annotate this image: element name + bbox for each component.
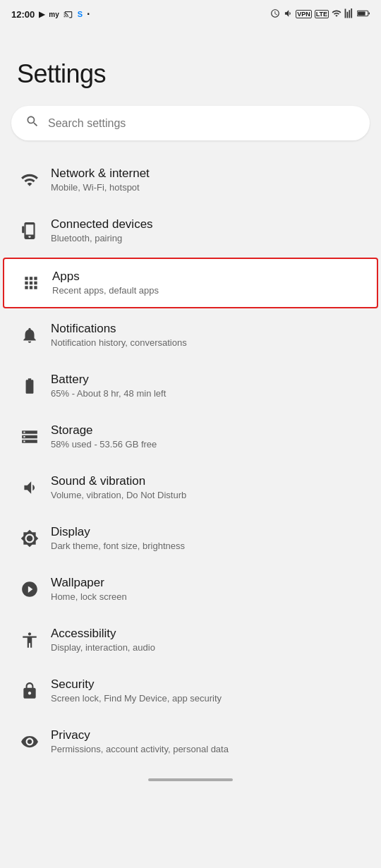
battery-subtitle: 65% - About 8 hr, 48 min left — [51, 388, 367, 400]
privacy-subtitle: Permissions, account activity, personal … — [51, 744, 367, 756]
shazam-icon: S — [78, 10, 83, 18]
battery-status-icon — [357, 8, 370, 20]
accessibility-item-text: Accessibility Display, interaction, audi… — [51, 626, 367, 654]
privacy-item-text: Privacy Permissions, account activity, p… — [51, 728, 367, 756]
settings-item-battery[interactable]: Battery 65% - About 8 hr, 48 min left — [0, 361, 381, 411]
privacy-title: Privacy — [51, 728, 367, 743]
notifications-item-text: Notifications Notification history, conv… — [51, 321, 367, 349]
connected-devices-icon — [14, 222, 45, 240]
settings-item-network[interactable]: Network & internet Mobile, Wi-Fi, hotspo… — [0, 155, 381, 205]
battery-icon — [14, 377, 45, 395]
sound-subtitle: Volume, vibration, Do Not Disturb — [51, 490, 367, 502]
svg-point-5 — [28, 584, 30, 586]
scroll-bar — [148, 778, 233, 781]
notifications-title: Notifications — [51, 321, 367, 337]
accessibility-title: Accessibility — [51, 626, 367, 641]
settings-item-notifications[interactable]: Notifications Notification history, conv… — [0, 310, 381, 361]
settings-item-security[interactable]: Security Screen lock, Find My Device, ap… — [0, 665, 381, 716]
settings-item-display[interactable]: Display Dark theme, font size, brightnes… — [0, 513, 381, 564]
vpn-icon: VPN — [296, 10, 312, 18]
wallpaper-icon — [14, 580, 45, 598]
wallpaper-title: Wallpaper — [51, 575, 367, 591]
apps-icon — [16, 274, 47, 292]
display-icon — [14, 529, 45, 548]
lte-icon: LTE — [315, 10, 329, 18]
storage-subtitle: 58% used - 53.56 GB free — [51, 439, 367, 451]
svg-point-4 — [24, 587, 26, 589]
security-subtitle: Screen lock, Find My Device, app securit… — [51, 693, 367, 705]
wifi-icon — [14, 171, 45, 189]
scroll-indicator — [0, 770, 381, 790]
header: Settings — [0, 25, 381, 100]
search-container: Search settings — [0, 100, 381, 152]
notifications-subtitle: Notification history, conversations — [51, 337, 367, 349]
svg-rect-2 — [369, 12, 370, 14]
settings-item-sound[interactable]: Sound & vibration Volume, vibration, Do … — [0, 462, 381, 513]
battery-title: Battery — [51, 372, 367, 387]
accessibility-icon — [14, 631, 45, 649]
status-bar: 12:00 ▶ my S · VPN LTE — [0, 0, 381, 25]
privacy-icon — [14, 733, 45, 751]
signal-bars-icon — [332, 8, 341, 20]
settings-item-apps[interactable]: Apps Recent apps, default apps — [3, 258, 378, 308]
settings-list: Network & internet Mobile, Wi-Fi, hotspo… — [0, 152, 381, 770]
connected-devices-title: Connected devices — [51, 217, 367, 232]
network-item-text: Network & internet Mobile, Wi-Fi, hotspo… — [51, 166, 367, 194]
settings-item-connected-devices[interactable]: Connected devices Bluetooth, pairing — [0, 205, 381, 256]
search-bar[interactable]: Search settings — [11, 106, 370, 140]
display-item-text: Display Dark theme, font size, brightnes… — [51, 524, 367, 553]
storage-title: Storage — [51, 423, 367, 438]
settings-item-wallpaper[interactable]: Wallpaper Home, lock screen — [0, 564, 381, 615]
storage-icon — [14, 428, 45, 446]
svg-rect-3 — [22, 227, 24, 234]
sound-item-text: Sound & vibration Volume, vibration, Do … — [51, 474, 367, 502]
alarm-icon — [270, 8, 280, 20]
time-display: 12:00 — [11, 9, 35, 20]
apps-subtitle: Recent apps, default apps — [52, 285, 365, 297]
apps-title: Apps — [52, 269, 365, 284]
connected-devices-item-text: Connected devices Bluetooth, pairing — [51, 217, 367, 245]
network-subtitle: Mobile, Wi-Fi, hotspot — [51, 182, 367, 194]
status-left: 12:00 ▶ my S · — [11, 8, 90, 20]
display-subtitle: Dark theme, font size, brightness — [51, 541, 367, 553]
youtube-icon: ▶ — [39, 10, 44, 19]
status-right: VPN LTE — [270, 8, 370, 20]
accessibility-subtitle: Display, interaction, audio — [51, 642, 367, 654]
network-title: Network & internet — [51, 166, 367, 181]
security-item-text: Security Screen lock, Find My Device, ap… — [51, 677, 367, 705]
security-title: Security — [51, 677, 367, 692]
display-title: Display — [51, 524, 367, 540]
wallpaper-item-text: Wallpaper Home, lock screen — [51, 575, 367, 603]
search-icon — [25, 114, 40, 132]
page-title: Settings — [17, 59, 364, 89]
sound-icon — [14, 478, 45, 497]
wallpaper-subtitle: Home, lock screen — [51, 591, 367, 603]
apps-item-text: Apps Recent apps, default apps — [52, 269, 365, 297]
dot-icon: · — [87, 8, 90, 20]
search-input[interactable]: Search settings — [48, 117, 356, 130]
security-icon — [14, 682, 45, 700]
sound-title: Sound & vibration — [51, 474, 367, 489]
svg-rect-1 — [358, 11, 365, 15]
battery-item-text: Battery 65% - About 8 hr, 48 min left — [51, 372, 367, 400]
myq-icon: my — [49, 11, 59, 18]
cast-icon — [64, 8, 73, 20]
settings-item-accessibility[interactable]: Accessibility Display, interaction, audi… — [0, 615, 381, 665]
connected-devices-subtitle: Bluetooth, pairing — [51, 233, 367, 245]
cellular-icon — [344, 8, 354, 20]
settings-item-storage[interactable]: Storage 58% used - 53.56 GB free — [0, 411, 381, 462]
storage-item-text: Storage 58% used - 53.56 GB free — [51, 423, 367, 451]
notifications-icon — [14, 326, 45, 344]
volume-icon — [283, 8, 293, 20]
settings-item-privacy[interactable]: Privacy Permissions, account activity, p… — [0, 716, 381, 767]
